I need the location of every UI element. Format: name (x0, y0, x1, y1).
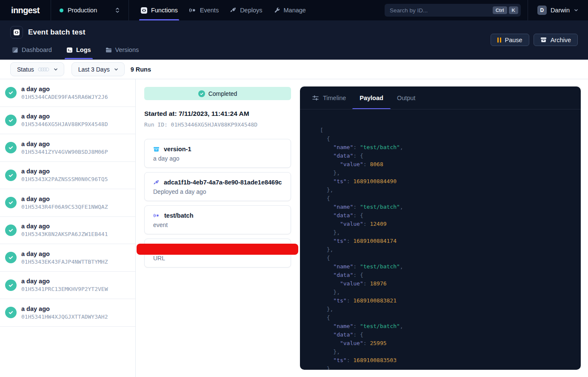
check-circle-icon (5, 87, 17, 98)
event-card[interactable]: test/batch event (144, 205, 291, 234)
primary-nav-tabs: Functions Events Deploys Manage (135, 0, 311, 20)
pause-icon (497, 37, 501, 43)
chevrons-up-down-icon (115, 7, 120, 13)
run-list-item[interactable]: a day ago 01H5343X2PAZNSSSM0N0C96TQ5 (0, 162, 135, 190)
run-list-item[interactable]: a day ago 01H5341HW4XJQGJXTTADWY3AH2 (0, 299, 135, 327)
version-box-icon (153, 146, 160, 153)
event-card-subtitle: event (153, 222, 282, 228)
panel-tab-label: Timeline (323, 95, 346, 101)
status-filter-label: Status (17, 66, 34, 73)
nav-tab-label: Manage (284, 7, 306, 14)
search-box: Ctrl K (385, 4, 521, 17)
tab-dashboard[interactable]: Dashboard (7, 43, 57, 59)
run-list-item[interactable]: a day ago 01H53441ZYV4GVW90BSDJ8M06P (0, 134, 135, 162)
inngest-logo[interactable]: inngest (0, 0, 51, 20)
nav-tab-manage[interactable]: Manage (268, 0, 311, 20)
chevron-down-icon (114, 67, 119, 72)
archive-icon (540, 37, 547, 43)
run-relative-time: a day ago (21, 278, 108, 285)
nav-tab-functions[interactable]: Functions (135, 0, 183, 20)
time-range-label: Last 3 Days (78, 66, 110, 73)
run-relative-time: a day ago (21, 168, 108, 175)
tab-logs[interactable]: Logs (61, 43, 96, 59)
run-relative-time: a day ago (21, 141, 108, 147)
tab-label: Dashboard (22, 46, 52, 53)
status-badge: Completed (144, 87, 291, 100)
run-id: 01H53446XG5HJAV88KP9X4548D (21, 121, 108, 127)
divider (128, 0, 129, 20)
run-relative-time: a day ago (21, 196, 108, 202)
right-column: Timeline Payload Output [ { "name": "tes… (300, 79, 588, 377)
check-circle-icon (5, 307, 17, 318)
environment-selector[interactable]: Production (51, 0, 128, 20)
time-range-dropdown[interactable]: Last 3 Days (71, 62, 125, 76)
panel-tab-label: Output (397, 95, 416, 101)
tab-output[interactable]: Output (397, 86, 416, 109)
started-at: Started at: 7/11/2023, 11:41:24 AM (144, 110, 291, 118)
version-card[interactable]: version-1 a day ago (144, 139, 291, 168)
run-relative-time: a day ago (21, 223, 108, 230)
run-id: 01H5343K8N2AKSPA6JZW1EB441 (21, 231, 108, 237)
run-list-item[interactable]: a day ago 01H5343R4F06A9CS3QFE1NWQAZ (0, 189, 135, 217)
logs-icon (66, 47, 73, 53)
functions-icon (140, 7, 148, 14)
archive-button[interactable]: Archive (534, 34, 578, 46)
runs-list: a day ago 01H5344CADE99FA45RA6WJY2J6 a d… (0, 79, 136, 377)
tab-timeline[interactable]: Timeline (312, 86, 346, 109)
event-card-title: test/batch (164, 212, 194, 219)
chevron-down-icon (574, 8, 579, 13)
check-circle-icon (5, 224, 17, 236)
run-relative-time: a day ago (21, 86, 108, 92)
function-header: Event batch test Dashboard Logs Versions… (0, 20, 588, 60)
run-id: 01H5341PRC13EMKHV9P2YT2VEW (21, 286, 108, 292)
check-circle-icon (5, 170, 17, 181)
check-circle-icon (5, 252, 17, 263)
run-id: 01H5344CADE99FA45RA6WJY2J6 (21, 94, 108, 100)
run-list-item[interactable]: a day ago 01H5343K8N2AKSPA6JZW1EB441 (0, 217, 135, 245)
folder-icon (106, 47, 112, 53)
run-output-panel: Timeline Payload Output [ { "name": "tes… (300, 86, 581, 370)
check-circle-icon (5, 197, 17, 208)
tab-payload[interactable]: Payload (360, 86, 383, 109)
check-circle-icon (5, 279, 17, 291)
nav-tab-label: Deploys (240, 7, 262, 14)
run-list-item[interactable]: a day ago 01H5343EK43FAJP4NWTTBTYMHZ (0, 244, 135, 272)
filter-bar: Status Last 3 Days 9 Runs (0, 60, 588, 79)
page-title: Event batch test (28, 28, 86, 37)
panel-tabs: Timeline Payload Output (300, 86, 581, 109)
kbd-ctrl: Ctrl (493, 6, 507, 14)
run-list-item[interactable]: a day ago 01H53446XG5HJAV88KP9X4548D (0, 107, 135, 135)
version-card-subtitle: a day ago (153, 155, 282, 162)
run-list-item[interactable]: a day ago 01H5341PRC13EMKHV9P2YT2VEW (0, 272, 135, 299)
run-list-item[interactable]: a day ago 01H5344CADE99FA45RA6WJY2J6 (0, 79, 135, 107)
run-relative-time: a day ago (21, 250, 108, 257)
pause-button[interactable]: Pause (491, 34, 529, 46)
user-avatar: D (537, 6, 547, 15)
deploy-card[interactable]: adca1f1b-4eb7-4a7a-8e90-81ade1e8469c Dep… (144, 172, 291, 201)
tab-label: Logs (76, 46, 91, 53)
url-card-subtitle: URL (153, 255, 282, 262)
nav-tab-deploys[interactable]: Deploys (224, 0, 268, 20)
payload-json: [ { "name": "test/batch", "data": { "val… (300, 109, 581, 370)
search-input[interactable] (390, 7, 491, 14)
run-detail-panel: Completed Started at: 7/11/2023, 11:41:2… (136, 79, 300, 377)
archive-label: Archive (551, 37, 571, 43)
top-nav: inngest Production Functions Events Depl… (0, 0, 588, 20)
run-relative-time: a day ago (21, 305, 108, 312)
event-icon (153, 213, 160, 219)
status-badge-label: Completed (208, 90, 237, 97)
status-circles-icon (38, 66, 49, 72)
status-filter-dropdown[interactable]: Status (10, 62, 64, 76)
tab-versions[interactable]: Versions (100, 43, 144, 59)
user-menu[interactable]: D Darwin (528, 0, 588, 20)
dashboard-icon (12, 47, 18, 53)
run-id: 01H5343X2PAZNSSSM0N0C96TQ5 (21, 176, 108, 182)
wrench-icon (274, 7, 280, 14)
run-relative-time: a day ago (21, 113, 108, 120)
check-circle-icon (198, 90, 205, 97)
main-content: a day ago 01H5344CADE99FA45RA6WJY2J6 a d… (0, 79, 588, 377)
nav-tab-events[interactable]: Events (183, 0, 224, 20)
environment-status-dot (60, 9, 63, 12)
run-id: 01H5343R4F06A9CS3QFE1NWQAZ (21, 204, 108, 210)
events-icon (189, 7, 197, 14)
